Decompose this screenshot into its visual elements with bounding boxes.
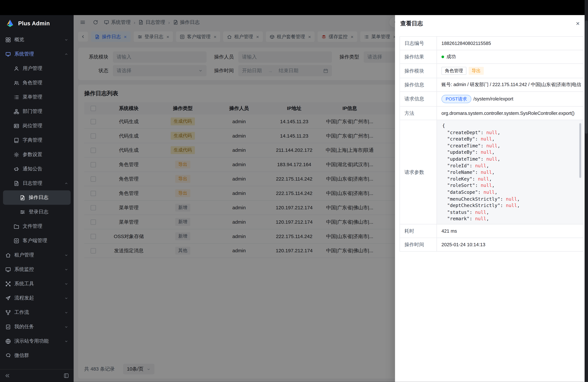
json-line: "createDept": null, — [442, 129, 575, 136]
sidebar-item-tasks[interactable]: 我的任务 — [0, 319, 74, 334]
sidebar-item-label: 系统工具 — [14, 280, 34, 287]
detail-row-log-id: 日志编号 1882612840802115585 — [400, 37, 583, 50]
detail-row-duration: 耗时 421 ms — [400, 224, 583, 238]
sidebar-item-dicts[interactable]: 字典管理 — [0, 133, 74, 147]
folder-icon — [14, 224, 19, 229]
chev-down-icon — [64, 282, 68, 286]
json-line: "status": null, — [442, 209, 575, 216]
logo: Plus Admin — [0, 15, 74, 31]
home-icon — [5, 252, 11, 258]
chev-down-icon — [64, 339, 68, 343]
info-value: 账号: admin / 研发部门 / 222.175.114.242 / 中国|… — [437, 78, 583, 91]
field-label: 操作结果 — [400, 50, 437, 64]
json-line: "roleName": null, — [442, 169, 575, 176]
request-params-json[interactable]: {"createDept": null,"createBy": null,"cr… — [437, 120, 583, 224]
sidebar-item-label: 工作流 — [14, 309, 29, 316]
sidebar-item-label: 操作日志 — [29, 194, 48, 201]
sidebar-item-menus[interactable]: 菜单管理 — [0, 90, 74, 104]
json-line: "roleKey": null, — [442, 176, 575, 183]
chev-down-icon — [64, 310, 68, 314]
sidebar-item-label: 岗位管理 — [23, 122, 42, 129]
chat-icon — [5, 353, 11, 358]
json-line: "deptCheckStrictly": null, — [442, 203, 575, 209]
sidebar-item-label: 微信群 — [14, 352, 29, 359]
time-value: 2025-01-24 10:14:13 — [437, 238, 583, 251]
view-log-drawer: 查看日志 × 日志编号 1882612840802115585 操作结果 成功 … — [395, 15, 588, 382]
sidebar-item-system[interactable]: 系统管理 — [0, 47, 74, 61]
json-line: "updateTime": null, — [442, 156, 575, 163]
user-icon — [14, 65, 19, 71]
operation-tag: 导出 — [469, 67, 484, 75]
sidebar-item-loginlog[interactable]: 登录日志 — [0, 205, 74, 219]
sidebar-item-workflow[interactable]: 工作流 — [0, 305, 74, 319]
sidebar-item-posts[interactable]: 岗位管理 — [0, 119, 74, 133]
close-icon[interactable]: × — [576, 20, 580, 27]
sidebar-item-operlog[interactable]: 操作日志 — [3, 190, 71, 205]
field-label: 操作时间 — [400, 238, 437, 251]
tree-icon — [14, 109, 19, 114]
json-line: "roleSort": null, — [442, 183, 575, 189]
json-line: "createBy": null, — [442, 136, 575, 143]
sidebar-item-label: 我的任务 — [14, 323, 34, 330]
sidebar-item-label: 角色管理 — [23, 79, 42, 86]
field-label: 请求参数 — [400, 120, 437, 224]
sidebar-item-label: 流程发起 — [14, 295, 34, 301]
sidebar-item-overview[interactable]: 概览 — [0, 33, 74, 47]
client-icon — [14, 238, 19, 243]
sidebar-item-label: 字典管理 — [23, 137, 42, 144]
module-tag: 角色管理 — [441, 67, 466, 75]
page-scrollbar[interactable] — [585, 0, 588, 382]
sidebar-item-monitor[interactable]: 系统监控 — [0, 262, 74, 276]
sidebar-item-roles[interactable]: 角色管理 — [0, 75, 74, 90]
code-scrollbar-thumb[interactable] — [579, 123, 581, 178]
monitor-icon — [5, 51, 11, 57]
sidebar-item-logs[interactable]: 日志管理 — [0, 176, 74, 190]
sidebar-item-tenant[interactable]: 租户管理 — [0, 248, 74, 262]
json-line: "roleId": null, — [442, 163, 575, 170]
duration-value: 421 ms — [437, 224, 583, 237]
sidebar-item-label: 租户管理 — [14, 252, 34, 258]
users-icon — [14, 80, 19, 85]
params-value: {"createDept": null,"createBy": null,"cr… — [437, 120, 583, 224]
sidebar-item-process[interactable]: 流程发起 — [0, 291, 74, 305]
sidebar-item-demo[interactable]: 演示站专用功能 — [0, 334, 74, 348]
method-value: org.dromara.system.controller.system.Sys… — [437, 106, 583, 120]
sidebar-item-wechat[interactable]: 微信群 — [0, 348, 74, 363]
sidebar-item-label: 客户端管理 — [23, 237, 47, 244]
field-label: 请求信息 — [400, 92, 437, 106]
chev-down-icon — [64, 296, 68, 300]
json-line: "menuCheckStrictly": null, — [442, 196, 575, 203]
json-line: "updateBy": null, — [442, 149, 575, 156]
wrench-icon — [5, 281, 11, 287]
sidebar-menu: 概览系统管理用户管理角色管理菜单管理部门管理岗位管理字典管理参数设置通知公告日志… — [0, 31, 74, 369]
page-scrollbar-thumb[interactable] — [585, 21, 588, 134]
chev-up-icon — [64, 52, 68, 56]
sidebar-item-depts[interactable]: 部门管理 — [0, 104, 74, 119]
sidebar-item-label: 参数设置 — [23, 151, 42, 158]
result-text: 成功 — [446, 54, 456, 60]
collapse-sidebar-icon[interactable] — [5, 373, 10, 379]
drawer-header: 查看日志 × — [395, 15, 588, 32]
detail-row-info: 操作信息 账号: admin / 研发部门 / 222.175.114.242 … — [400, 78, 583, 92]
sidebar-item-clients[interactable]: 客户端管理 — [0, 233, 74, 248]
sidebar-item-files[interactable]: 文件管理 — [0, 219, 74, 233]
request-method-tag: POST请求 — [441, 95, 471, 103]
sidebar-item-tools[interactable]: 系统工具 — [0, 276, 74, 291]
task-icon — [5, 324, 11, 330]
idcard-icon — [14, 123, 19, 129]
module-value: 角色管理 导出 — [437, 64, 583, 78]
sidebar-item-notice[interactable]: 通知公告 — [0, 162, 74, 176]
chev-down-icon — [64, 253, 68, 257]
detail-row-method: 方法 org.dromara.system.controller.system.… — [400, 106, 583, 120]
field-label: 方法 — [400, 106, 437, 120]
drawer-title: 查看日志 — [400, 20, 423, 27]
layout-pin-icon[interactable] — [63, 373, 69, 379]
json-line: "remark": null, — [442, 216, 575, 223]
detail-row-result: 操作结果 成功 — [400, 50, 583, 64]
sidebar-item-users[interactable]: 用户管理 — [0, 61, 74, 76]
grid-icon — [5, 37, 11, 42]
list-icon — [14, 94, 19, 100]
sidebar-item-label: 登录日志 — [29, 209, 48, 215]
sidebar-footer — [0, 369, 74, 382]
sidebar-item-params[interactable]: 参数设置 — [0, 147, 74, 162]
